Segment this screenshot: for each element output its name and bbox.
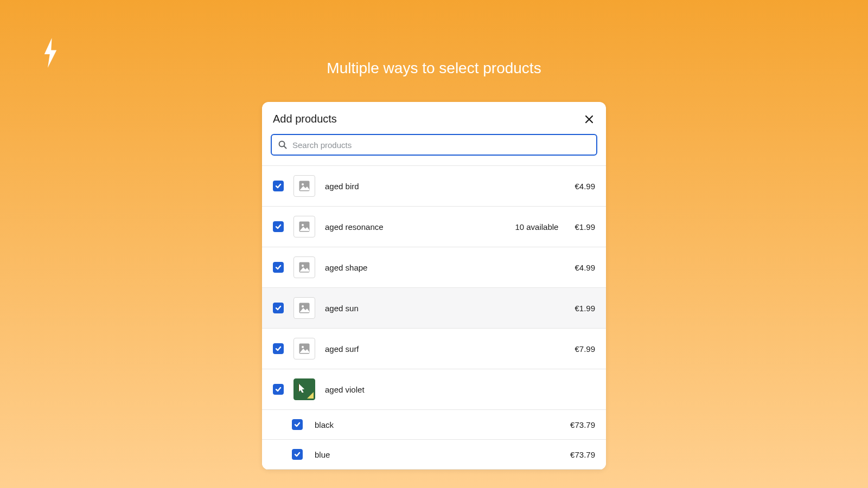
image-placeholder-icon [298,261,310,273]
product-thumb [293,216,315,237]
product-thumb [293,175,315,197]
page-headline: Multiple ways to select products [0,60,868,77]
svg-point-9 [302,305,304,307]
product-checkbox[interactable] [273,303,284,313]
svg-point-7 [302,265,304,267]
product-price: €1.99 [575,222,595,232]
image-placeholder-icon [298,180,310,192]
product-name: aged resonance [325,222,384,232]
product-checkbox[interactable] [273,384,284,395]
close-button[interactable] [583,113,595,125]
search-input[interactable] [292,140,590,150]
check-icon [275,223,282,230]
product-row[interactable]: aged resonance10 available€1.99 [262,207,606,247]
variant-checkbox[interactable] [292,419,303,430]
modal-header: Add products [262,102,606,134]
search-field[interactable] [271,134,597,156]
product-checkbox[interactable] [273,343,284,354]
variant-price: €73.79 [570,420,595,429]
product-price: €7.99 [575,344,595,354]
product-checkbox[interactable] [273,181,284,191]
check-icon [275,182,282,190]
product-thumb [293,297,315,319]
product-row[interactable]: aged sun€1.99 [262,288,606,329]
variant-name: black [315,420,334,429]
product-list: aged bird€4.99aged resonance10 available… [262,166,606,470]
check-icon [275,345,282,352]
product-price: €4.99 [575,182,595,191]
product-row[interactable]: aged surf€7.99 [262,329,606,369]
check-icon [293,421,301,428]
variant-row[interactable]: black€73.79 [262,410,606,440]
product-checkbox[interactable] [273,221,284,232]
product-row[interactable]: aged bird€4.99 [262,166,606,207]
product-thumb [293,338,315,359]
product-name: aged surf [325,344,359,354]
svg-line-1 [284,146,286,148]
check-icon [275,264,282,271]
search-icon [278,140,287,149]
image-placeholder-icon [298,302,310,314]
svg-point-3 [302,183,304,185]
product-thumb [293,256,315,278]
image-placeholder-icon [298,343,310,355]
product-checkbox[interactable] [273,262,284,273]
variant-price: €73.79 [570,450,595,459]
check-icon [293,451,301,458]
svg-point-11 [302,346,304,348]
variant-name: blue [315,450,330,459]
modal-title: Add products [273,113,337,125]
product-availability: 10 available [515,222,558,232]
product-price: €4.99 [575,263,595,272]
image-placeholder-icon [298,221,310,233]
svg-point-5 [302,224,304,226]
variant-row[interactable]: blue€73.79 [262,440,606,470]
variant-checkbox[interactable] [292,449,303,460]
product-name: aged bird [325,182,359,191]
product-name: aged violet [325,385,365,394]
product-price: €1.99 [575,304,595,313]
search-wrap [262,134,606,166]
add-products-modal: Add products aged bird€4.99aged resonanc… [262,102,606,470]
product-name: aged sun [325,304,359,313]
check-icon [275,304,282,312]
close-icon [584,114,594,124]
product-row[interactable]: aged violet [262,369,606,410]
check-icon [275,386,282,393]
product-row[interactable]: aged shape€4.99 [262,247,606,288]
product-thumb [293,378,315,400]
product-name: aged shape [325,263,367,272]
